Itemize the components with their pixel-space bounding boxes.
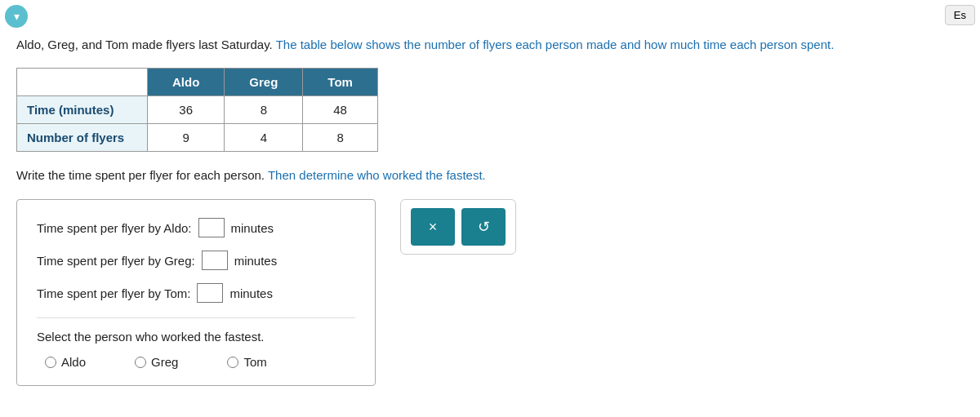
table-cell-time-greg: 8 <box>225 95 303 123</box>
top-right-button[interactable]: Es <box>945 5 975 25</box>
table-cell-time-aldo: 36 <box>148 95 225 123</box>
table-cell-time-tom: 48 <box>303 95 378 123</box>
greg-input-row: Time spent per flyer by Greg: minutes <box>37 251 355 270</box>
radio-group: Aldo Greg Tom <box>45 355 355 369</box>
intro-text-highlight: The table below shows the number of flye… <box>276 38 835 51</box>
table-cell-flyers-tom: 8 <box>303 123 378 151</box>
radio-greg-label: Greg <box>151 355 178 369</box>
radio-greg[interactable] <box>135 357 146 368</box>
instruction-text-normal: Write the time spent per flyer for each … <box>16 168 265 182</box>
table-row-flyers: Number of flyers 9 4 8 <box>17 123 378 151</box>
tom-time-input[interactable] <box>197 283 223 303</box>
instruction-text-blue: Then determine who worked the fastest. <box>265 168 486 182</box>
radio-option-tom[interactable]: Tom <box>227 355 266 369</box>
clear-icon: × <box>429 219 438 236</box>
table-cell-flyers-greg: 4 <box>225 123 303 151</box>
radio-aldo[interactable] <box>45 357 56 368</box>
table-header-aldo: Aldo <box>148 68 225 95</box>
table-header-tom: Tom <box>303 68 378 95</box>
input-box: Time spent per flyer by Aldo: minutes Ti… <box>16 199 376 386</box>
radio-tom-label: Tom <box>243 355 266 369</box>
select-label: Select the person who worked the fastest… <box>37 330 355 344</box>
aldo-input-unit: minutes <box>231 221 274 235</box>
divider <box>37 317 355 318</box>
tom-input-label: Time spent per flyer by Tom: <box>37 286 190 300</box>
data-table: Aldo Greg Tom Time (minutes) 36 8 48 Num… <box>16 68 378 152</box>
table-row-header-flyers: Number of flyers <box>17 123 148 151</box>
intro-paragraph: Aldo, Greg, and Tom made flyers last Sat… <box>16 36 964 55</box>
table-header-greg: Greg <box>225 68 303 95</box>
undo-icon: ↺ <box>478 218 490 236</box>
radio-tom[interactable] <box>227 357 238 368</box>
radio-option-greg[interactable]: Greg <box>135 355 178 369</box>
table-row-time: Time (minutes) 36 8 48 <box>17 95 378 123</box>
aldo-input-row: Time spent per flyer by Aldo: minutes <box>37 218 355 237</box>
chevron-down-button[interactable]: ▾ <box>5 5 28 28</box>
intro-text-normal: Aldo, Greg, and Tom made flyers last Sat… <box>16 38 276 51</box>
greg-time-input[interactable] <box>202 251 228 270</box>
table-cell-flyers-aldo: 9 <box>148 123 225 151</box>
instruction-paragraph: Write the time spent per flyer for each … <box>16 166 964 185</box>
greg-input-unit: minutes <box>234 254 278 268</box>
table-row-header-time: Time (minutes) <box>17 95 148 123</box>
chevron-down-icon: ▾ <box>14 10 20 23</box>
tom-input-row: Time spent per flyer by Tom: minutes <box>37 283 355 303</box>
table-header-empty <box>17 68 148 95</box>
radio-aldo-label: Aldo <box>61 355 86 369</box>
greg-input-label: Time spent per flyer by Greg: <box>37 254 195 268</box>
action-buttons-panel: × ↺ <box>400 199 516 255</box>
tom-input-unit: minutes <box>229 286 273 300</box>
aldo-time-input[interactable] <box>198 218 225 237</box>
interactive-area: Time spent per flyer by Aldo: minutes Ti… <box>16 199 964 386</box>
undo-button[interactable]: ↺ <box>461 208 506 246</box>
clear-button[interactable]: × <box>411 208 455 246</box>
aldo-input-label: Time spent per flyer by Aldo: <box>37 221 192 235</box>
main-content: Aldo, Greg, and Tom made flyers last Sat… <box>0 0 980 402</box>
radio-option-aldo[interactable]: Aldo <box>45 355 86 369</box>
